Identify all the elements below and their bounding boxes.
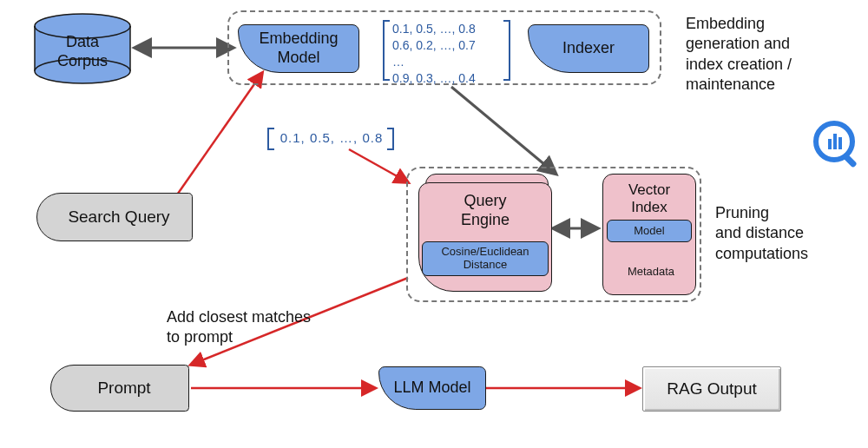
vector-index-label: Vector Index [603,175,695,220]
svg-point-10 [816,123,852,160]
matrix-ellipsis: … [392,54,505,70]
add-matches-label: Add closest matches to prompt [167,307,358,348]
svg-rect-12 [833,134,837,149]
indexer-node: Indexer [528,24,649,73]
embedding-matrix: 0.1, 0.5, …, 0.8 0.6, 0.2, …, 0.7 … 0.9,… [392,21,505,87]
matrix-row-1: 0.1, 0.5, …, 0.8 [392,21,505,37]
matrix-row-3: 0.9, 0.3, …, 0.4 [392,70,505,87]
data-corpus-label: Data Corpus [35,30,130,75]
embedding-section-label: Embedding generation and index creation … [686,14,851,96]
query-vector: 0.1, 0.5, …, 0.8 [278,130,385,146]
cosine-distance-label: Cosine/Euclidean Distance [422,241,549,276]
svg-rect-14 [842,153,858,168]
llm-model-node: LLM Model [378,366,486,410]
model-label: Model [607,220,692,242]
svg-rect-13 [838,137,842,149]
arrow-embeddings-to-index [451,87,556,174]
query-engine-label: Query Engine [461,192,510,229]
metadata-label: Metadata [618,260,684,283]
matrix-row-2: 0.6, 0.2, …, 0.7 [392,37,505,54]
vector-section-label: Pruning and distance computations [715,203,863,264]
embedding-model-node: Embedding Model [238,24,359,73]
search-query-node: Search Query [36,193,193,241]
analytics-icon [816,123,858,168]
svg-rect-11 [828,139,832,149]
rag-output-node: RAG Output [642,366,781,412]
arrow-vector-to-query [349,149,408,182]
query-engine-node: Query Engine Cosine/Euclidean Distance [418,182,552,292]
prompt-node: Prompt [50,365,189,412]
arrow-search-to-embedding [174,73,262,200]
